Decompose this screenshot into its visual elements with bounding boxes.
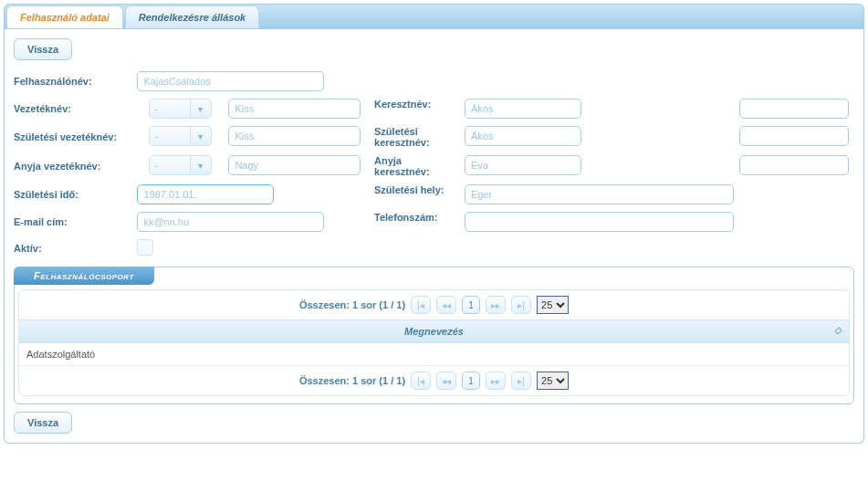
input-mother-givenname[interactable]	[465, 155, 581, 175]
input-phone[interactable]	[465, 212, 734, 232]
paginator-bottom: Összesen: 1 sor (1 / 1) |◂ ◂◂ 1 ▸▸ ▸| 25	[19, 365, 849, 395]
sort-indicator-icon: ◇	[834, 325, 842, 335]
label-birth-surname: Születési vezetéknév:	[14, 122, 149, 152]
input-suffix-1[interactable]	[739, 99, 849, 119]
tab-user-data[interactable]: Felhasználó adatai	[6, 5, 123, 28]
input-birth-place[interactable]	[465, 184, 734, 204]
table-row[interactable]: Adatszolgáltató	[19, 343, 849, 365]
label-mother-givenname: Anyja keresztnév:	[371, 152, 465, 181]
input-birth-surname[interactable]	[228, 126, 361, 146]
column-header-name[interactable]: Megnevezés ◇	[19, 319, 849, 343]
next-page-button[interactable]: ▸▸	[486, 372, 506, 390]
last-page-button[interactable]: ▸|	[511, 372, 531, 390]
prefix-select-2[interactable]: -	[149, 126, 212, 146]
label-username: Felhasználónév:	[14, 68, 149, 95]
input-suffix-3[interactable]	[739, 155, 849, 175]
input-givenname[interactable]	[465, 99, 581, 119]
chevron-down-icon[interactable]	[190, 99, 212, 119]
section-usergroup: Felhasználócsoport Összesen: 1 sor (1 / …	[14, 267, 854, 404]
label-phone: Telefonszám:	[371, 208, 465, 236]
section-usergroup-title: Felhasználócsoport	[14, 267, 154, 285]
label-birth-date: Születési idő:	[14, 181, 149, 208]
input-birth-date[interactable]	[137, 184, 274, 204]
content-panel: Vissza Felhasználónév: Vezetéknév: - Ker…	[4, 29, 864, 444]
paginator-top-label: Összesen: 1 sor (1 / 1)	[299, 299, 405, 310]
paginator-top: Összesen: 1 sor (1 / 1) |◂ ◂◂ 1 ▸▸ ▸| 25	[19, 290, 849, 319]
page-size-select[interactable]: 25	[537, 372, 569, 390]
input-birth-givenname[interactable]	[465, 126, 581, 146]
page-number-button[interactable]: 1	[462, 372, 480, 390]
input-mother-surname[interactable]	[228, 155, 361, 175]
back-button-bottom[interactable]: Vissza	[14, 412, 72, 434]
first-page-button[interactable]: |◂	[411, 296, 431, 314]
chevron-down-icon[interactable]	[190, 155, 212, 175]
next-page-button[interactable]: ▸▸	[486, 296, 506, 314]
label-active: Aktív:	[14, 236, 149, 261]
page-size-select[interactable]: 25	[537, 296, 569, 314]
label-birth-place: Születési hely:	[371, 181, 465, 208]
checkbox-active[interactable]	[137, 239, 153, 256]
tab-strip: Felhasználó adatai Rendelkezésre állások	[4, 4, 864, 29]
label-email: E-mail cím:	[14, 208, 149, 236]
tab-availability[interactable]: Rendelkezésre állások	[125, 5, 259, 28]
paginator-bottom-label: Összesen: 1 sor (1 / 1)	[299, 375, 405, 386]
prefix-select-1-value: -	[149, 99, 190, 119]
input-username[interactable]	[137, 71, 324, 91]
label-givenname: Keresztnév:	[371, 95, 465, 122]
prefix-select-3-value: -	[149, 155, 190, 175]
prefix-select-2-value: -	[149, 126, 190, 146]
prefix-select-3[interactable]: -	[149, 155, 212, 175]
input-suffix-2[interactable]	[739, 126, 849, 146]
first-page-button[interactable]: |◂	[411, 372, 431, 390]
input-surname[interactable]	[228, 99, 361, 119]
column-header-name-text: Megnevezés	[404, 326, 464, 337]
user-form: Felhasználónév: Vezetéknév: - Keresztnév…	[14, 68, 854, 261]
label-birth-givenname: Születési keresztnév:	[371, 122, 465, 152]
label-mother-surname: Anyja vezetéknév:	[14, 152, 149, 181]
last-page-button[interactable]: ▸|	[511, 296, 531, 314]
prefix-select-1[interactable]: -	[149, 99, 212, 119]
label-surname: Vezetéknév:	[14, 95, 149, 122]
prev-page-button[interactable]: ◂◂	[436, 296, 456, 314]
prev-page-button[interactable]: ◂◂	[436, 372, 456, 390]
chevron-down-icon[interactable]	[190, 126, 212, 146]
input-email[interactable]	[137, 212, 324, 232]
page-number-button[interactable]: 1	[462, 296, 480, 314]
back-button[interactable]: Vissza	[14, 38, 72, 60]
